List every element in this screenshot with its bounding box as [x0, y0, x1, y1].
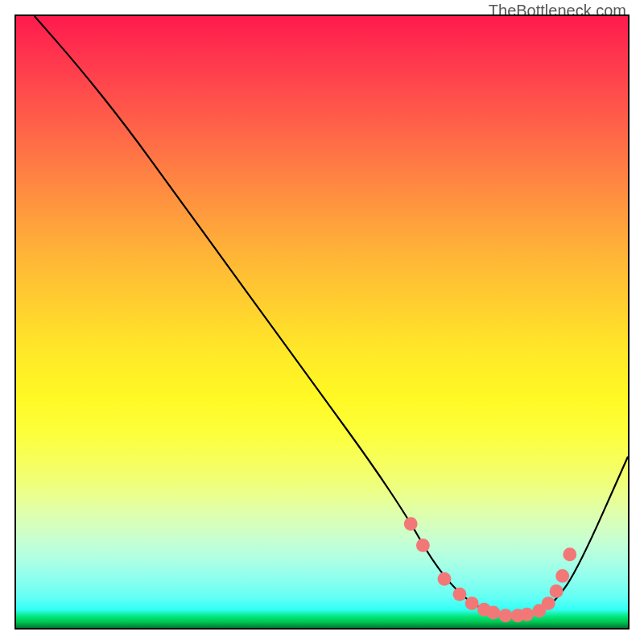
bead-point [438, 572, 452, 586]
chart-svg [16, 16, 628, 628]
plot-area [14, 14, 630, 630]
bead-point [555, 569, 569, 583]
bead-point [486, 606, 500, 620]
bead-point [563, 547, 576, 561]
bead-point [416, 539, 430, 552]
bead-point [404, 517, 418, 530]
bead-point [465, 597, 479, 610]
curve-line [35, 16, 628, 616]
bead-point [453, 588, 467, 601]
bead-group [404, 517, 577, 622]
bead-point [499, 609, 513, 622]
bead-point [550, 584, 564, 598]
bead-point [520, 608, 534, 621]
bead-point [542, 597, 555, 610]
chart-container: TheBottleneck.com [0, 0, 644, 644]
